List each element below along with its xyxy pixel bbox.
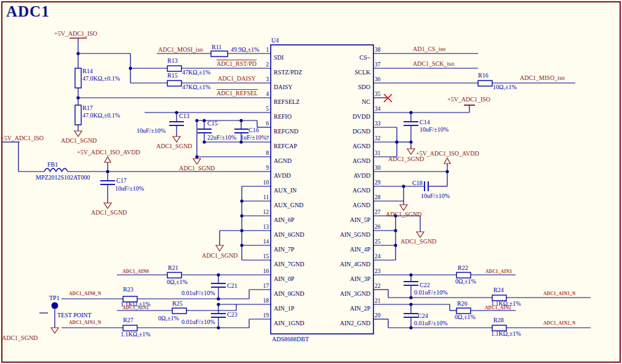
designator-R15[interactable]: R15	[167, 72, 178, 79]
value-C13[interactable]: 10uF/±10%	[137, 127, 165, 134]
value-R22[interactable]: 0Ω,±1%	[455, 278, 476, 285]
power-arrow-symbol[interactable]	[105, 157, 111, 162]
capacitor-C22[interactable]	[404, 282, 418, 285]
resistor-R11[interactable]	[211, 51, 228, 57]
resistor-R14[interactable]	[75, 68, 81, 88]
designator-R27[interactable]: R27	[123, 317, 134, 323]
value-FB1[interactable]: MPZ2012S102AT000	[36, 174, 90, 181]
ground-symbol[interactable]	[104, 203, 111, 208]
net-label-adc1-ain0-n[interactable]: ADC1_AIN0_N	[69, 291, 102, 296]
value-C24[interactable]: 0.01uF/±10%	[414, 320, 448, 326]
designator-U4[interactable]: U4	[271, 37, 279, 44]
value-R26[interactable]: 0Ω,±1%	[455, 314, 476, 320]
testpoint-pad-TP1[interactable]	[52, 303, 58, 309]
ground-symbol[interactable]	[51, 328, 58, 333]
net-label-adc1-ain2-n[interactable]: ADC1_AIN2_N	[543, 321, 576, 326]
designator-C16[interactable]: C16	[249, 127, 259, 133]
resistor-R21[interactable]	[167, 272, 181, 278]
value-R13[interactable]: 47KΩ,±1%	[182, 69, 210, 76]
designator-R28[interactable]: R28	[493, 317, 504, 323]
designator-C17[interactable]: C17	[116, 177, 127, 184]
ground-symbol[interactable]	[74, 131, 82, 136]
value-C14[interactable]: 10uF/±10%	[420, 126, 449, 133]
designator-R13[interactable]: R13	[167, 57, 178, 64]
designator-R22[interactable]: R22	[458, 264, 468, 271]
part-number-ads8688dbt[interactable]: ADS8688DBT	[272, 336, 309, 342]
net-label-adc1-sgnd[interactable]: ADC1_SGND	[202, 252, 237, 259]
value-R25[interactable]: 0Ω,±1%	[158, 315, 179, 322]
value-C18[interactable]: 10uF/±10%	[421, 192, 450, 199]
capacitor-C17[interactable]	[100, 181, 115, 184]
designator-R26[interactable]: R26	[457, 300, 468, 307]
designator-C23[interactable]: C23	[227, 311, 237, 318]
designator-R21[interactable]: R21	[168, 264, 178, 271]
net-label-adc1-sgnd[interactable]: ADC1_SGND	[61, 137, 97, 144]
net-label-adc1-sgnd[interactable]: ADC1_SGND	[401, 238, 436, 245]
designator-TP1[interactable]: TP1	[49, 295, 60, 301]
resistor-R16[interactable]	[478, 81, 492, 86]
resistor-R27[interactable]	[123, 325, 137, 331]
net-label-adc1-mosi-iso[interactable]: ADC1_MOSI_iso	[158, 46, 203, 53]
net-label-adc1-ain1-n[interactable]: ADC1_AIN1_N	[69, 320, 102, 325]
capacitor-C15[interactable]	[197, 129, 212, 133]
net-label-adc1-ain3-n[interactable]: ADC1_AIN3_N	[543, 291, 576, 296]
net-label-adc1-sgnd[interactable]: ADC1_SGND	[91, 209, 127, 216]
power-label-5v-iso[interactable]: +5V_ADC1_ISO	[54, 30, 97, 37]
capacitor-C21[interactable]	[211, 283, 226, 287]
net-label-adc1-ain0[interactable]: ADC1_AIN0	[122, 269, 149, 274]
resistor-R25[interactable]	[172, 308, 186, 314]
resistor-R15[interactable]	[167, 81, 181, 86]
net-label-adc1-ain3[interactable]: ADC1_AIN3	[485, 269, 512, 274]
value-C21[interactable]: 0.01uF/±10%	[181, 290, 215, 296]
value-C22[interactable]: 0.01uF/±10%	[414, 289, 448, 296]
value-R15[interactable]: 47KΩ,±1%	[182, 84, 210, 90]
net-label-adc1-miso-iso[interactable]: ADC1_MISO_iso	[520, 74, 565, 81]
value-R28[interactable]: 1.1KΩ,±1%	[491, 330, 520, 337]
power-label-5v-iso-avdd[interactable]: +5V_ADC1_ISO_AVDD	[77, 149, 140, 156]
net-label-adc1-sck-iso[interactable]: ADC1_SCK_iso	[413, 60, 454, 67]
ground-symbol[interactable]	[407, 149, 415, 154]
capacitor-C16[interactable]	[234, 129, 249, 133]
designator-FB1[interactable]: FB1	[47, 161, 58, 168]
value-C23[interactable]: 0.01uF/±10%	[181, 318, 215, 325]
designator-R16[interactable]: R16	[478, 72, 488, 79]
designator-C22[interactable]: C22	[420, 282, 430, 288]
capacitor-C23[interactable]	[211, 314, 226, 317]
net-label-adc1-sgnd[interactable]: ADC1_SGND	[386, 211, 421, 218]
designator-C15[interactable]: C15	[207, 120, 218, 127]
net-label-ad1-cs-iso[interactable]: AD1_CS_iso	[413, 46, 445, 52]
designator-R24[interactable]: R24	[493, 287, 504, 293]
net-label-adc1-sgnd[interactable]: ADC1_SGND	[179, 165, 215, 172]
value-R27[interactable]: 1.1KΩ,±1%	[121, 331, 150, 338]
designator-R17[interactable]: R17	[82, 105, 93, 111]
designator-R11[interactable]: R11	[212, 44, 221, 50]
designator-C21[interactable]: C21	[227, 282, 237, 289]
designator-R14[interactable]: R14	[82, 68, 93, 74]
ground-symbol[interactable]	[417, 232, 424, 237]
value-R21[interactable]: 0Ω,±1%	[167, 279, 188, 285]
value-R17[interactable]: 47.0KΩ,±0.1%	[82, 112, 120, 119]
designator-R23[interactable]: R23	[123, 286, 134, 293]
value-C17[interactable]: 10uF/±10%	[115, 185, 144, 192]
value-R16[interactable]: 10Ω,±1%	[493, 84, 517, 90]
capacitor-C24[interactable]	[404, 314, 418, 317]
value-R14[interactable]: 47.0KΩ,±0.1%	[82, 75, 120, 82]
net-label-adc1-ain1[interactable]: ADC1_AIN1	[122, 306, 149, 311]
ground-symbol[interactable]	[173, 136, 180, 142]
power-label-5v-iso[interactable]: +5V_ADC1_ISO	[1, 135, 44, 141]
capacitor-C18[interactable]	[425, 181, 428, 191]
capacitor-C13[interactable]	[169, 122, 184, 125]
resistor-R22[interactable]	[457, 272, 471, 278]
power-arrow-symbol[interactable]	[444, 158, 450, 164]
designator-C24[interactable]: C24	[418, 312, 428, 319]
designator-C18[interactable]: C18	[412, 180, 423, 186]
power-label-5v-iso[interactable]: +5V_ADC1_ISO	[447, 96, 490, 103]
testpoint-label[interactable]: TEST POINT	[57, 312, 92, 318]
designator-C14[interactable]: C14	[420, 119, 430, 125]
ground-symbol[interactable]	[400, 205, 407, 210]
designator-R25[interactable]: R25	[172, 300, 183, 307]
net-label-adc1-sgnd[interactable]: ADC1_SGND	[2, 334, 38, 341]
capacitor-C14[interactable]	[404, 122, 418, 125]
resistor-R26[interactable]	[457, 308, 471, 314]
ground-symbol[interactable]	[216, 245, 223, 251]
